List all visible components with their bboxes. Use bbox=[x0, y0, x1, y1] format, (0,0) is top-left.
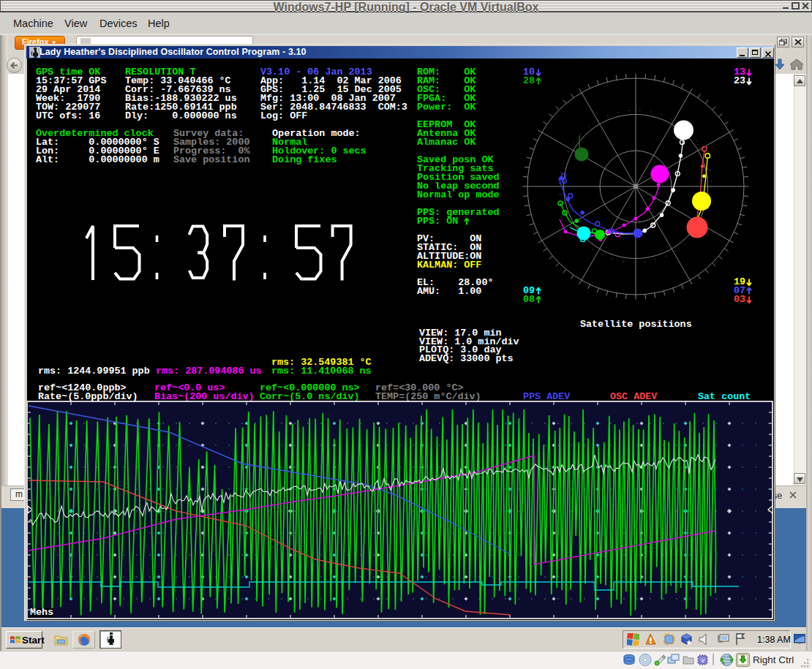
svg-text:V: V bbox=[701, 657, 705, 664]
